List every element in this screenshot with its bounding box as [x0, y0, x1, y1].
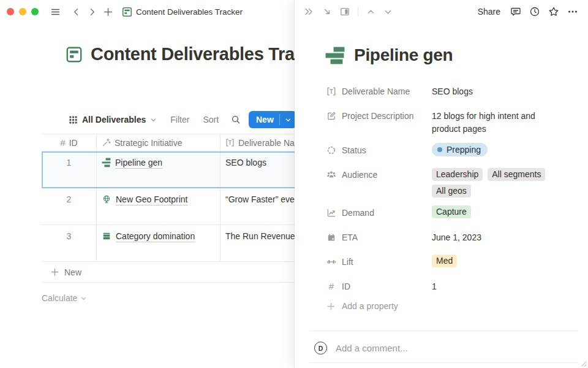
- tag[interactable]: Capture: [432, 205, 471, 218]
- property-value[interactable]: SEO blogs: [432, 82, 564, 98]
- cell-initiative[interactable]: Pipeline gen: [97, 151, 221, 188]
- search-button[interactable]: [231, 115, 241, 125]
- column-header-id[interactable]: # ID: [42, 134, 97, 151]
- sidebar-toggle-button[interactable]: [47, 4, 63, 20]
- view-selector[interactable]: All Deliverables: [69, 115, 157, 125]
- plus-icon: [50, 267, 59, 277]
- previous-record-button[interactable]: [366, 7, 375, 17]
- tag[interactable]: Leadership: [432, 168, 483, 181]
- expand-diagonal-icon: [322, 7, 332, 17]
- cell-deliverable[interactable]: SEO blogs: [221, 151, 295, 188]
- property-value[interactable]: 12 blogs for high intent and product pag…: [432, 106, 564, 135]
- minimize-window-button[interactable]: [19, 8, 26, 15]
- property-value[interactable]: Leadership All segments All geos: [432, 165, 564, 197]
- property-label[interactable]: ETA: [326, 228, 432, 247]
- tag[interactable]: All geos: [432, 185, 471, 197]
- property-row-lift: Lift Med: [326, 252, 578, 271]
- property-value[interactable]: Med: [432, 252, 564, 267]
- chevron-down-icon: [383, 7, 393, 17]
- side-peek-button[interactable]: [340, 7, 350, 17]
- cell-id[interactable]: 3: [42, 225, 97, 261]
- column-header-initiative[interactable]: Strategic Initiative: [97, 134, 221, 151]
- property-label[interactable]: Deliverable Name: [326, 82, 432, 101]
- property-list: Deliverable Name SEO blogs Project Descr…: [326, 82, 578, 311]
- divider: [309, 362, 578, 363]
- property-label[interactable]: Project Description: [326, 106, 432, 125]
- table-view-icon: [69, 115, 78, 125]
- add-comment-input[interactable]: Add a comment...: [336, 343, 408, 353]
- hash-icon: #: [60, 137, 65, 148]
- hamburger-icon: [50, 7, 61, 17]
- share-button[interactable]: Share: [478, 7, 500, 17]
- page-header: Content Deliverables Tracker: [66, 44, 295, 64]
- cell-deliverable[interactable]: “Grow Faster” eve: [221, 188, 295, 224]
- clock-icon: [529, 6, 540, 17]
- star-icon: [548, 6, 559, 17]
- property-row-audience: Audience Leadership All segments All geo…: [326, 165, 578, 197]
- nav-back-button[interactable]: [68, 4, 84, 20]
- chevron-left-icon: [72, 7, 81, 17]
- status-dot-icon: [437, 147, 442, 152]
- updates-button[interactable]: [529, 6, 540, 17]
- page-title[interactable]: Content Deliverables Tracker: [91, 44, 295, 64]
- close-peek-button[interactable]: [303, 6, 314, 17]
- line-chart-icon: [326, 208, 336, 218]
- plus-icon: [326, 302, 336, 311]
- comments-button[interactable]: [510, 6, 521, 17]
- database-table: # ID Strategic Initiative Deliverable Na…: [42, 134, 295, 309]
- new-record-button[interactable]: New: [249, 111, 279, 128]
- sort-button[interactable]: Sort: [203, 115, 219, 125]
- more-options-button[interactable]: [567, 6, 578, 17]
- property-row-status: Status Prepping: [326, 140, 578, 159]
- record-link[interactable]: Pipeline gen: [115, 158, 162, 169]
- property-label[interactable]: Audience: [326, 165, 432, 184]
- database-page-icon[interactable]: [66, 46, 83, 63]
- double-chevron-right-icon: [303, 6, 314, 17]
- tag[interactable]: Med: [432, 255, 457, 267]
- add-property-button[interactable]: Add a property: [326, 301, 578, 311]
- next-record-button[interactable]: [383, 7, 393, 17]
- close-window-button[interactable]: [7, 8, 14, 15]
- table-row[interactable]: 1 Pipeline gen SEO blogs: [42, 151, 295, 188]
- property-value[interactable]: Capture: [432, 203, 564, 218]
- comment-bubble-icon: [510, 6, 521, 17]
- property-value[interactable]: Prepping: [432, 140, 564, 156]
- property-row-id: # ID 1: [326, 277, 578, 296]
- status-spinner-icon: [326, 145, 336, 155]
- table-row[interactable]: 3 Category domination The Run Revenue S: [42, 225, 295, 262]
- record-title[interactable]: Pipeline gen: [354, 45, 453, 65]
- nav-forward-button[interactable]: [84, 4, 100, 20]
- cell-initiative[interactable]: Category domination: [97, 225, 221, 261]
- cell-deliverable[interactable]: The Run Revenue S: [221, 225, 295, 261]
- property-label[interactable]: # ID: [326, 277, 432, 296]
- tag[interactable]: All segments: [488, 168, 545, 181]
- peek-toolbar: Share: [295, 0, 588, 23]
- chevron-up-icon: [366, 7, 375, 17]
- new-record-split-button: New: [249, 111, 295, 128]
- new-tab-button[interactable]: [100, 4, 116, 20]
- table-new-row-button[interactable]: New: [42, 262, 295, 283]
- cell-id[interactable]: 2: [42, 188, 97, 224]
- property-row-eta: ETA June 1, 2023: [326, 228, 578, 247]
- favorite-button[interactable]: [548, 6, 559, 17]
- zoom-window-button[interactable]: [31, 8, 39, 15]
- cell-initiative[interactable]: New Geo Footprint: [97, 188, 221, 224]
- property-value[interactable]: 1: [432, 277, 564, 293]
- filter-button[interactable]: Filter: [170, 115, 189, 125]
- table-row[interactable]: 2 New Geo Footprint “Grow Faster” eve: [42, 188, 295, 225]
- property-label[interactable]: Lift: [326, 252, 432, 271]
- record-link[interactable]: Category domination: [116, 231, 195, 242]
- record-link[interactable]: New Geo Footprint: [116, 194, 188, 205]
- text-property-icon: [326, 86, 336, 96]
- property-value[interactable]: June 1, 2023: [432, 228, 564, 244]
- property-label[interactable]: Demand: [326, 203, 432, 222]
- cell-id[interactable]: 1: [42, 151, 97, 188]
- status-pill[interactable]: Prepping: [432, 143, 488, 156]
- new-record-dropdown-button[interactable]: [280, 111, 295, 128]
- column-header-deliverable[interactable]: Deliverable Name: [221, 134, 295, 151]
- resize-grip[interactable]: [580, 360, 587, 367]
- gantt-chart-icon[interactable]: [325, 47, 345, 64]
- property-label[interactable]: Status: [326, 140, 432, 159]
- open-full-page-button[interactable]: [322, 7, 332, 17]
- calculate-button[interactable]: Calculate: [42, 288, 295, 309]
